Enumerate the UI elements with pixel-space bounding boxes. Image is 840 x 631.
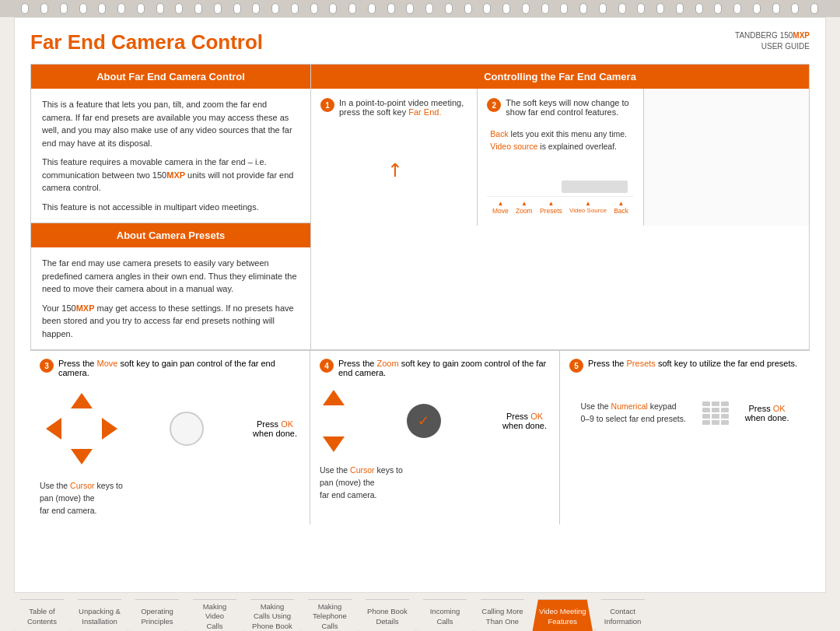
- key-7: [702, 414, 710, 419]
- step4-use-text: Use the Cursor keys topan (move) thefar …: [320, 464, 550, 501]
- tab-contact[interactable]: ContactInformation: [595, 599, 651, 631]
- step-3: 3 Press the Move soft key to gain pan co…: [30, 351, 310, 524]
- step2-notes: Back lets you exit this menu any time. V…: [487, 123, 633, 157]
- step-2: 2 The soft keys will now change to show …: [477, 89, 642, 226]
- spiral-dot: [483, 3, 491, 14]
- tab-calling-more[interactable]: Calling MoreThan One: [474, 599, 530, 631]
- step3-number: 3: [40, 359, 54, 373]
- spiral-dot: [21, 3, 29, 14]
- step-5: 5 Press the Presets soft key to utilize …: [560, 351, 810, 524]
- section1-header: About Far End Camera Control: [31, 65, 310, 89]
- step4-text: Press the Zoom soft key to gain zoom con…: [338, 359, 550, 377]
- softkey-back: Back: [614, 200, 628, 215]
- spiral-dot: [175, 3, 183, 14]
- zoom-up-arrow-icon: [323, 390, 345, 405]
- step2-softkey-area: Move Zoom Presets Video Source Back: [487, 181, 633, 216]
- spiral-dot: [445, 3, 453, 14]
- zoom-arrows: [323, 390, 345, 452]
- spiral-dot: [753, 3, 761, 14]
- brand-name: TANDBERG 150MXP: [735, 31, 810, 40]
- spiral-dot: [98, 3, 106, 14]
- spiral-dot: [695, 3, 703, 14]
- step5-use-text: Use the Numerical keypad0–9 to select fa…: [580, 401, 685, 426]
- spiral-dot: [40, 3, 48, 14]
- zoom-down-arrow-icon: [323, 436, 345, 452]
- key-9: [721, 414, 729, 419]
- spiral-dot: [541, 3, 549, 14]
- arrow-up-icon: [71, 393, 93, 408]
- section1-text: This is a feature that lets you pan, til…: [31, 89, 310, 223]
- tab-phonebook-details[interactable]: Phone BookDetails: [359, 599, 415, 631]
- step3-header: 3 Press the Move soft key to gain pan co…: [40, 359, 300, 377]
- key-2: [712, 401, 719, 406]
- spiral-dot: [618, 3, 626, 14]
- press-ok5-label: Press OKwhen done.: [745, 404, 789, 422]
- spiral-dot: [79, 3, 87, 14]
- tab-video-meeting[interactable]: Video MeetingFeatures: [532, 599, 593, 631]
- step2-text: The soft keys will now change to show fa…: [506, 98, 633, 117]
- spiral-dot: [329, 3, 337, 14]
- spiral-dot: [310, 3, 318, 14]
- right-col-header: Controlling the Far End Camera: [311, 65, 809, 89]
- arrow-left-icon: [46, 418, 61, 440]
- step1-device: ↗: [320, 123, 467, 216]
- content-grid: About Far End Camera Control This is a f…: [30, 64, 810, 350]
- spiral-dot: [194, 3, 202, 14]
- step2-videosource-note: Video source is explained overleaf.: [490, 142, 630, 151]
- diagonal-arrow-icon: ↗: [381, 156, 408, 183]
- key-5: [712, 408, 719, 412]
- key-0: [712, 420, 719, 425]
- keypad-grid: [702, 401, 729, 425]
- spiral-dot: [348, 3, 356, 14]
- step1-number: 1: [320, 98, 334, 112]
- step1-header: 1 In a point-to-point video meeting, pre…: [320, 98, 467, 117]
- step5-header: 5 Press the Presets soft key to utilize …: [569, 359, 800, 373]
- section1-para1: This is a feature that lets you pan, til…: [42, 98, 299, 149]
- spiral-dot: [368, 3, 376, 14]
- tab-telephone-calls[interactable]: MakingTelephoneCalls: [302, 599, 358, 631]
- steps-top-row: 1 In a point-to-point video meeting, pre…: [311, 89, 809, 226]
- step3-press-ok: Press OKwhen done.: [253, 419, 297, 438]
- spiral-dot: [156, 3, 164, 14]
- step4-header: 4 Press the Zoom soft key to gain zoom c…: [320, 359, 550, 377]
- step2-back-note: Back lets you exit this menu any time.: [490, 129, 630, 138]
- spiral-dot: [464, 3, 472, 14]
- arrow-keys: [43, 390, 121, 468]
- tab-operating[interactable]: OperatingPrinciples: [129, 599, 185, 631]
- key-hash: [721, 420, 729, 425]
- spiral-dot: [772, 3, 780, 14]
- tab-making-video[interactable]: MakingVideoCalls: [187, 599, 243, 631]
- tab-table-of-contents[interactable]: Table ofContents: [14, 599, 70, 631]
- spiral-dot: [656, 3, 664, 14]
- tab-calls-phonebook[interactable]: MakingCalls UsingPhone Book: [244, 599, 300, 631]
- step4-press-ok: Press OKwhen done.: [502, 412, 547, 430]
- arrow-down-icon: [71, 449, 93, 464]
- tab-unpacking[interactable]: Unpacking &Installation: [72, 599, 128, 631]
- step5-device-area: Use the Numerical keypad0–9 to select fa…: [569, 379, 800, 432]
- step2-header: 2 The soft keys will now change to show …: [487, 98, 633, 117]
- softkey-presets: Presets: [540, 200, 562, 215]
- step5-text: Press the Presets soft key to utilize th…: [588, 359, 797, 368]
- step-1: 1 In a point-to-point video meeting, pre…: [311, 89, 477, 226]
- key-6: [721, 408, 729, 412]
- softkey-zoom: Zoom: [516, 200, 533, 215]
- key-star: [702, 420, 710, 425]
- tab-incoming-calls[interactable]: IncomingCalls: [417, 599, 473, 631]
- press-label: Press OKwhen done.: [253, 419, 297, 438]
- right-column: Controlling the Far End Camera 1 In a po…: [311, 65, 809, 349]
- step4-number: 4: [320, 359, 334, 373]
- ok-check-button: [407, 404, 441, 438]
- spiral-dot: [291, 3, 299, 14]
- spiral-dot: [810, 3, 818, 14]
- step3-use-text: Use the Cursor keys topan (move) thefar …: [40, 480, 300, 517]
- brand-info: TANDBERG 150MXP USER GUIDE: [735, 30, 810, 52]
- softkey-bar: Move Zoom Presets Video Source Back: [487, 196, 633, 216]
- spiral-dot: [676, 3, 684, 14]
- key-8: [712, 414, 719, 419]
- spiral-dot: [233, 3, 241, 14]
- spiral-dot: [714, 3, 722, 14]
- step3-device-area: Press OKwhen done.: [40, 384, 300, 474]
- spiral-dot: [117, 3, 125, 14]
- guide-label: USER GUIDE: [761, 42, 810, 51]
- page-title: Far End Camera Control: [30, 30, 263, 54]
